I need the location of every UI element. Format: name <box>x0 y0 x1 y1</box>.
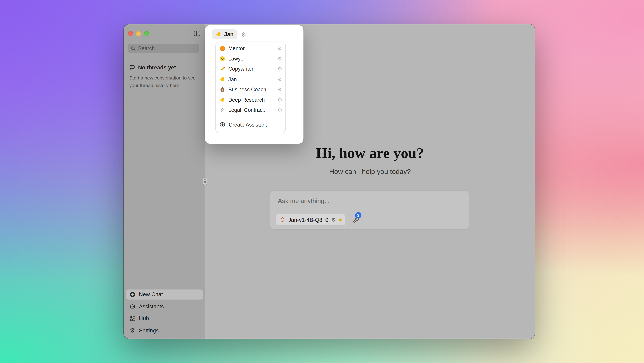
wave-emoji <box>220 76 226 82</box>
empty-state-description: Start a new conversation to see your thr… <box>129 75 198 89</box>
sidebar-toggle-icon[interactable] <box>194 30 201 37</box>
assistants-robot-icon <box>129 303 136 309</box>
menu-divider <box>216 117 286 117</box>
empty-state-title: No threads yet <box>138 64 176 71</box>
assistant-item-business-coach[interactable]: $ Business Coach ⚙ <box>216 85 286 95</box>
assistant-settings-gear-icon[interactable]: ⚙ <box>241 31 246 37</box>
close-button[interactable] <box>128 31 133 36</box>
assistant-item-lawyer[interactable]: Lawyer ⚙ <box>216 54 286 64</box>
search-input[interactable] <box>128 44 200 53</box>
tools-button[interactable]: 3 <box>352 216 359 223</box>
desktop-background: No threads yet Start a new conversation … <box>0 0 644 363</box>
sidebar-item-hub[interactable]: Hub <box>126 313 203 323</box>
sidebar-item-label: Settings <box>139 327 159 333</box>
hub-grid-icon <box>129 315 136 321</box>
model-status-dot <box>339 218 342 221</box>
assistant-selector-row: Jan ⚙ <box>205 25 304 39</box>
model-name: Jan-v1-4B-Q8_0 <box>288 217 328 223</box>
selected-assistant-name: Jan <box>224 31 234 38</box>
create-assistant-button[interactable]: Create Assistant <box>216 118 286 131</box>
tools-count-badge: 3 <box>355 212 362 219</box>
gear-icon[interactable]: ⚙ <box>278 46 282 51</box>
sidebar-item-assistants[interactable]: Assistants <box>126 301 203 311</box>
minimize-button[interactable] <box>136 31 141 36</box>
sidebar-resize-handle[interactable] <box>203 178 207 185</box>
wave-emoji <box>216 31 222 37</box>
speech-bubble-icon <box>129 65 135 70</box>
gear-icon[interactable]: ⚙ <box>278 77 282 82</box>
greeting-subtitle: How can I help you today? <box>205 168 535 176</box>
sidebar-item-label: Hub <box>139 315 149 321</box>
assistant-list: Mentor ⚙ Lawyer ⚙ Copywriter ⚙ <box>216 42 286 133</box>
gear-icon[interactable]: ⚙ <box>278 87 282 92</box>
sidebar-item-settings[interactable]: ⚙ Settings <box>126 325 203 335</box>
sidebar-item-label: Assistants <box>139 303 164 309</box>
assistant-menu-popup: Jan ⚙ Mentor ⚙ Lawyer ⚙ <box>205 25 304 144</box>
gear-icon[interactable]: ⚙ <box>278 67 282 72</box>
model-provider-icon <box>280 217 286 223</box>
sidebar-item-new-chat[interactable]: New Chat <box>126 289 203 299</box>
chat-input[interactable] <box>270 191 469 214</box>
gear-icon: ⚙ <box>129 327 136 333</box>
sidebar: No threads yet Start a new conversation … <box>124 24 206 339</box>
assistant-item-mentor[interactable]: Mentor ⚙ <box>216 43 286 54</box>
svg-text:$: $ <box>222 89 224 92</box>
money-bag-emoji: $ <box>220 87 226 93</box>
sidebar-item-label: New Chat <box>139 291 163 298</box>
pencil-emoji <box>220 66 226 72</box>
app-window: No threads yet Start a new conversation … <box>124 24 535 339</box>
assistant-item-copywriter[interactable]: Copywriter ⚙ <box>216 64 286 74</box>
assistant-item-legal-contract[interactable]: Legal: Contrac... ⚙ <box>216 105 286 115</box>
plus-circle-icon <box>129 291 136 298</box>
search-field[interactable] <box>128 44 200 53</box>
assistant-selector[interactable]: Jan <box>212 30 238 39</box>
face-emoji <box>220 56 226 62</box>
plus-circle-outline-icon <box>220 122 226 128</box>
window-controls <box>128 31 149 36</box>
greeting: Hi, how are you? How can I help you toda… <box>205 145 535 176</box>
empty-state: No threads yet Start a new conversation … <box>129 64 198 89</box>
model-selector[interactable]: Jan-v1-4B-Q8_0 ⚙ <box>275 214 346 226</box>
paperclip-emoji <box>220 107 226 113</box>
model-settings-gear-icon[interactable]: ⚙ <box>331 217 336 222</box>
sidebar-nav: New Chat Assistants Hub ⚙ Settings <box>126 289 203 335</box>
wave-emoji <box>220 97 226 103</box>
assistant-item-deep-research[interactable]: Deep Research ⚙ <box>216 95 286 105</box>
composer-toolbar: Jan-v1-4B-Q8_0 ⚙ 3 <box>275 214 359 226</box>
greeting-title: Hi, how are you? <box>205 145 535 162</box>
chat-composer: Jan-v1-4B-Q8_0 ⚙ 3 <box>270 190 470 230</box>
orange-circle-emoji <box>220 46 226 52</box>
assistant-item-jan[interactable]: Jan ⚙ <box>216 74 286 84</box>
gear-icon[interactable]: ⚙ <box>278 56 282 61</box>
gear-icon[interactable]: ⚙ <box>278 108 282 113</box>
gear-icon[interactable]: ⚙ <box>278 97 282 102</box>
zoom-button[interactable] <box>144 31 149 36</box>
